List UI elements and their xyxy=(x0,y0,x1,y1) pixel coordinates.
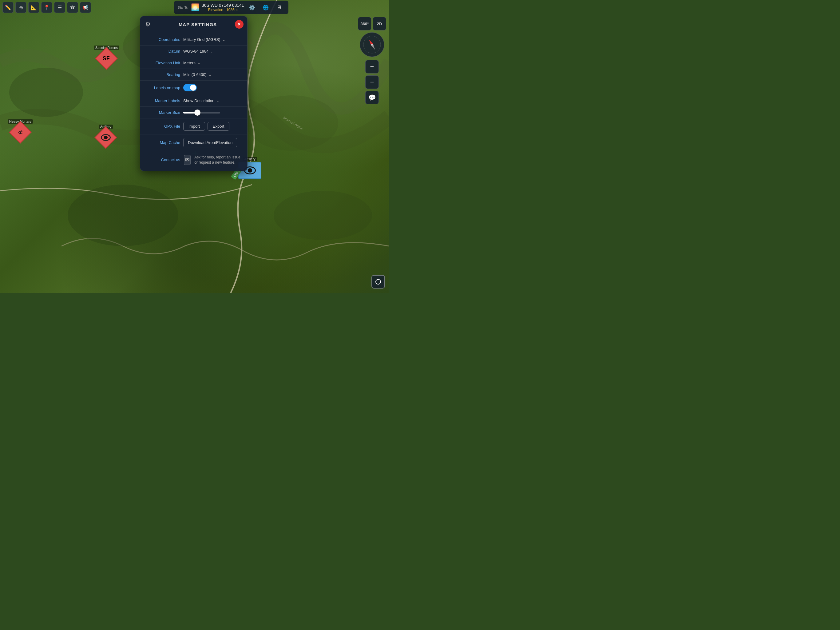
display-btn[interactable]: 🖥 xyxy=(274,2,285,13)
coordinates-value[interactable]: Military Grid (MGRS) ⌄ xyxy=(183,37,241,42)
svg-point-3 xyxy=(68,185,178,246)
settings-row-bearing: Bearing Mils (0-6400) ⌄ xyxy=(140,70,247,80)
elevation-unit-arrow: ⌄ xyxy=(197,61,201,65)
map-settings-panel: ⚙ MAP SETTINGS × Coordinates Military Gr… xyxy=(140,16,248,171)
settings-row-marker-labels: Marker Labels Show Description ⌄ xyxy=(140,96,247,106)
select-tool-btn[interactable]: ⊕ xyxy=(15,2,27,13)
bearing-arrow: ⌄ xyxy=(208,73,212,77)
view-2d-btn[interactable]: 2D xyxy=(373,17,386,30)
map-cache-label: Map Cache xyxy=(146,140,180,145)
datum-current: WGS-84 1984 xyxy=(183,49,208,54)
datum-arrow: ⌄ xyxy=(210,49,213,54)
elevation-unit-dropdown[interactable]: Meters ⌄ xyxy=(183,60,201,65)
toggle-thumb xyxy=(190,85,196,91)
marker-heavy-mortars[interactable]: Heavy Mortars ⊄ xyxy=(8,119,33,140)
divider-7 xyxy=(140,118,247,119)
elevation-display: Elevation 1086m xyxy=(208,8,238,12)
elevation-unit-current: Meters xyxy=(183,60,196,65)
bearing-current: Mils (0-6400) xyxy=(183,72,207,77)
settings-row-contact-us: Contact us ✉ Ask for help, report an iss… xyxy=(140,152,247,168)
marker-size-slider[interactable] xyxy=(183,112,220,114)
view-360-btn[interactable]: 360° xyxy=(358,17,371,30)
share-tool-btn[interactable]: 📢 xyxy=(80,2,91,13)
panel-body: Coordinates Military Grid (MGRS) ⌄ Datum… xyxy=(140,32,247,171)
marker-size-label: Marker Size xyxy=(146,110,180,115)
toolbar-top: ✏️ ⊕ 📐 📍 ☰ 🛣 📢 Go To 🌅 36S WD 07149 6314… xyxy=(0,0,389,15)
coordinates-dropdown[interactable]: Military Grid (MGRS) ⌄ xyxy=(183,37,225,42)
elevation-unit-value[interactable]: Meters ⌄ xyxy=(183,60,241,65)
marker-sf-symbol: SF xyxy=(95,47,118,70)
marker-labels-value[interactable]: Show Description ⌄ xyxy=(183,98,241,103)
bearing-value[interactable]: Mils (0-6400) ⌄ xyxy=(183,72,241,77)
globe-btn[interactable]: 🌐 xyxy=(260,2,271,13)
marker-artillery-red[interactable]: Artillery xyxy=(98,125,114,146)
right-panel: 360° 2D + − 💬 xyxy=(358,17,386,104)
elevation-unit-label: Elevation Unit xyxy=(146,60,180,65)
settings-gear-btn[interactable]: ⚙️ xyxy=(246,2,257,13)
divider-4 xyxy=(140,80,247,81)
datum-value[interactable]: WGS-84 1984 ⌄ xyxy=(183,49,241,54)
screenshot-icon xyxy=(376,279,381,285)
elevation-value: 1086m xyxy=(226,8,238,12)
sf-text: SF xyxy=(103,55,110,62)
contact-us-label: Contact us xyxy=(146,157,180,162)
labels-on-map-value xyxy=(183,84,241,91)
settings-row-gpx-file: GPX File Import Export xyxy=(140,119,247,133)
marker-special-forces[interactable]: Special Forces SF xyxy=(94,46,119,66)
toolbar-center: Go To 🌅 36S WD 07149 63141 Elevation 108… xyxy=(174,1,288,14)
route-tool-btn[interactable]: 🛣 xyxy=(67,2,78,13)
settings-row-datum: Datum WGS-84 1984 ⌄ xyxy=(140,46,247,56)
marker-mortars-symbol: ⊄ xyxy=(9,121,32,144)
gpx-file-btns: Import Export xyxy=(183,122,241,131)
panel-title: MAP SETTINGS xyxy=(153,22,242,27)
datum-label: Datum xyxy=(146,49,180,54)
settings-row-map-cache: Map Cache Download Area/Elevation xyxy=(140,135,247,150)
panel-gear-icon: ⚙ xyxy=(145,21,151,28)
marker-labels-current: Show Description xyxy=(183,98,214,103)
zoom-out-btn[interactable]: − xyxy=(365,75,379,89)
marker-size-value xyxy=(183,112,241,114)
mail-icon[interactable]: ✉ xyxy=(184,155,191,165)
divider-5 xyxy=(140,95,247,95)
datum-dropdown[interactable]: WGS-84 1984 ⌄ xyxy=(183,49,213,54)
coordinates-current: Military Grid (MGRS) xyxy=(183,37,221,42)
gpx-file-label: GPX File xyxy=(146,124,180,128)
coordinates-label: Coordinates xyxy=(146,37,180,42)
marker-labels-label: Marker Labels xyxy=(146,98,180,103)
panel-close-btn[interactable]: × xyxy=(235,20,243,28)
gpx-export-btn[interactable]: Export xyxy=(208,122,230,131)
svg-point-2 xyxy=(246,95,338,151)
marker-arty-red-symbol xyxy=(95,126,117,149)
sun-icon: 🌅 xyxy=(191,3,199,11)
svg-point-0 xyxy=(9,68,83,117)
coordinates-arrow: ⌄ xyxy=(222,38,225,42)
svg-point-9 xyxy=(371,44,373,46)
chat-btn[interactable]: 💬 xyxy=(365,91,379,104)
list-tool-btn[interactable]: ☰ xyxy=(54,2,65,13)
labels-on-map-label: Labels on map xyxy=(146,85,180,90)
slider-thumb[interactable] xyxy=(194,109,201,116)
labels-on-map-toggle[interactable] xyxy=(183,84,197,91)
gpx-import-btn[interactable]: Import xyxy=(183,122,205,131)
bearing-dropdown[interactable]: Mils (0-6400) ⌄ xyxy=(183,72,212,77)
download-area-btn[interactable]: Download Area/Elevation xyxy=(183,138,237,147)
screenshot-btn[interactable] xyxy=(371,275,385,288)
elevation-label: Elevation xyxy=(208,8,223,12)
bearing-label: Bearing xyxy=(146,72,180,77)
settings-row-marker-size: Marker Size xyxy=(140,108,247,117)
divider-8 xyxy=(140,134,247,135)
marker-labels-arrow: ⌄ xyxy=(216,99,219,103)
draw-tool-btn[interactable]: ✏️ xyxy=(2,2,14,13)
svg-text:Мnкоурі-Агpос: Мnкоурі-Агpос xyxy=(283,116,304,130)
marker-labels-dropdown[interactable]: Show Description ⌄ xyxy=(183,98,219,103)
measure-tool-btn[interactable]: 📐 xyxy=(28,2,39,13)
settings-row-coordinates: Coordinates Military Grid (MGRS) ⌄ xyxy=(140,35,247,44)
zoom-in-btn[interactable]: + xyxy=(365,60,379,73)
goto-label: Go To xyxy=(178,5,188,10)
marker-tool-btn[interactable]: 📍 xyxy=(41,2,52,13)
contact-text: Ask for help, report an issue or request… xyxy=(194,155,241,165)
toolbar-left: ✏️ ⊕ 📐 📍 ☰ 🛣 📢 xyxy=(2,2,91,13)
map-cache-value: Download Area/Elevation xyxy=(183,138,241,147)
divider-6 xyxy=(140,106,247,107)
compass-widget[interactable] xyxy=(360,32,384,57)
